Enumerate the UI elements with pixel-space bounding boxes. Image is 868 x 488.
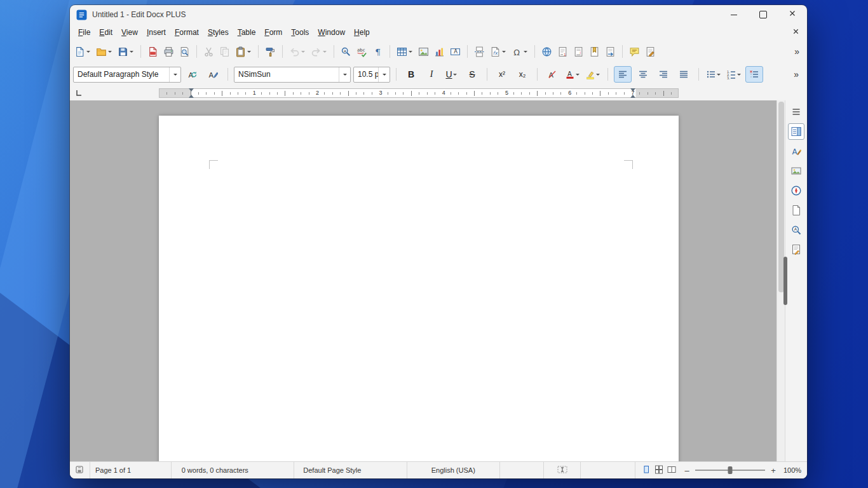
clone-formatting-button[interactable] xyxy=(263,43,278,60)
word-count-status[interactable]: 0 words, 0 characters xyxy=(172,462,295,478)
menu-help[interactable]: Help xyxy=(349,26,374,39)
align-left-button[interactable] xyxy=(614,66,632,83)
zoom-out-button[interactable]: – xyxy=(682,466,691,475)
italic-button[interactable]: I xyxy=(423,66,440,83)
zoom-in-button[interactable]: + xyxy=(769,466,778,475)
dropdown-arrow-icon[interactable] xyxy=(595,67,601,82)
menu-styles[interactable]: Styles xyxy=(203,26,233,39)
font-size-combobox[interactable]: 10.5 pt xyxy=(353,67,390,83)
toolbar-overflow-button[interactable]: » xyxy=(788,69,804,79)
sidebar-navigator-button[interactable] xyxy=(788,182,804,199)
left-indent-marker[interactable] xyxy=(189,95,194,98)
menu-file[interactable]: File xyxy=(74,26,95,39)
copy-button[interactable] xyxy=(217,43,232,60)
view-multi-page-button[interactable] xyxy=(654,466,663,475)
cut-button[interactable] xyxy=(201,43,216,60)
subscript-button[interactable]: x₂ xyxy=(513,66,531,83)
page-number-status[interactable]: Page 1 of 1 xyxy=(90,462,172,478)
sidebar-gallery-button[interactable] xyxy=(788,163,804,179)
insert-field-button[interactable]: fx xyxy=(488,43,508,60)
save-indicator[interactable] xyxy=(70,462,90,478)
redo-button[interactable] xyxy=(309,43,329,60)
dropdown-arrow-icon[interactable] xyxy=(736,67,742,82)
print-button[interactable] xyxy=(161,43,176,60)
right-indent-marker-top[interactable] xyxy=(630,88,635,92)
highlight-color-button[interactable] xyxy=(584,66,602,83)
open-button[interactable] xyxy=(94,43,114,60)
dropdown-arrow-icon[interactable] xyxy=(300,43,306,60)
undo-button[interactable] xyxy=(287,43,308,60)
paste-button[interactable] xyxy=(233,43,254,60)
menu-window[interactable]: Window xyxy=(313,26,349,39)
sidebar-properties-button[interactable] xyxy=(788,123,804,140)
sidebar-grip[interactable] xyxy=(783,257,787,305)
maximize-button[interactable] xyxy=(749,5,778,24)
close-document-button[interactable] xyxy=(788,25,803,39)
zoom-level-status[interactable]: 100% xyxy=(778,466,807,474)
sidebar-style-inspector-button[interactable]: A xyxy=(788,222,804,238)
superscript-button[interactable]: x² xyxy=(493,66,511,83)
font-name-combobox[interactable]: NSimSun xyxy=(234,67,351,83)
zoom-slider[interactable] xyxy=(695,470,765,471)
strikethrough-button[interactable]: S xyxy=(463,66,481,83)
insert-cross-reference-button[interactable] xyxy=(603,43,618,60)
first-line-indent-marker[interactable] xyxy=(189,88,194,92)
menu-tools[interactable]: Tools xyxy=(287,26,313,39)
align-center-button[interactable] xyxy=(634,66,652,83)
insert-special-character-button[interactable]: Ω xyxy=(510,43,530,60)
clear-formatting-button[interactable]: A xyxy=(543,66,561,83)
sidebar-sidebar-settings-button[interactable] xyxy=(788,104,804,120)
insert-endnote-button[interactable]: i xyxy=(571,43,586,60)
paragraph-style-combobox[interactable]: Default Paragraph Style xyxy=(73,67,181,83)
insert-image-button[interactable] xyxy=(416,43,431,60)
update-style-button[interactable]: A xyxy=(184,66,201,83)
close-button[interactable] xyxy=(778,5,807,24)
sidebar-page-button[interactable] xyxy=(788,202,804,219)
dropdown-arrow-icon[interactable] xyxy=(322,43,327,60)
sidebar-accessibility-check-button[interactable] xyxy=(788,241,804,258)
language-status[interactable]: English (USA) xyxy=(407,462,500,478)
insert-textbox-button[interactable]: A xyxy=(448,43,463,60)
export-pdf-button[interactable] xyxy=(146,43,160,60)
dropdown-arrow-icon[interactable] xyxy=(85,43,91,60)
page-style-status[interactable]: Default Page Style xyxy=(294,462,407,478)
view-single-page-button[interactable] xyxy=(642,466,651,475)
font-color-button[interactable]: A xyxy=(564,66,581,83)
insert-table-button[interactable] xyxy=(395,43,415,60)
minimize-button[interactable] xyxy=(719,5,749,24)
insert-footnote-button[interactable]: 1 xyxy=(555,43,570,60)
insert-comment-button[interactable] xyxy=(627,43,642,60)
chevron-down-icon[interactable] xyxy=(378,67,390,82)
insert-hyperlink-button[interactable] xyxy=(539,43,554,60)
tab-stop-selector[interactable] xyxy=(74,88,84,98)
bullet-list-button[interactable] xyxy=(705,66,722,83)
new-button[interactable] xyxy=(72,43,93,60)
underline-button[interactable]: U xyxy=(443,66,461,83)
new-style-button[interactable]: A xyxy=(204,66,222,83)
formatting-marks-button[interactable]: ¶ xyxy=(370,43,385,60)
dropdown-arrow-icon[interactable] xyxy=(522,43,528,60)
track-changes-button[interactable] xyxy=(643,43,658,60)
chevron-down-icon[interactable] xyxy=(339,67,350,82)
dropdown-arrow-icon[interactable] xyxy=(452,67,458,82)
save-button[interactable] xyxy=(116,43,136,60)
no-list-button[interactable] xyxy=(745,66,763,83)
menu-edit[interactable]: Edit xyxy=(95,26,117,39)
zoom-slider-thumb[interactable] xyxy=(728,466,733,474)
numbered-list-button[interactable]: 1.2.3. xyxy=(725,66,743,83)
align-justify-button[interactable] xyxy=(675,66,693,83)
dropdown-arrow-icon[interactable] xyxy=(128,43,134,60)
dropdown-arrow-icon[interactable] xyxy=(407,43,413,60)
bold-button[interactable]: B xyxy=(402,66,420,83)
selection-mode-status[interactable] xyxy=(544,462,581,478)
menu-view[interactable]: View xyxy=(117,26,142,39)
dropdown-arrow-icon[interactable] xyxy=(246,43,252,60)
menu-table[interactable]: Table xyxy=(233,26,261,39)
toolbar-overflow-button[interactable]: » xyxy=(789,46,804,57)
menu-form[interactable]: Form xyxy=(260,26,287,39)
view-book-button[interactable] xyxy=(667,466,676,475)
dropdown-arrow-icon[interactable] xyxy=(107,43,112,60)
dropdown-arrow-icon[interactable] xyxy=(575,67,581,82)
horizontal-ruler[interactable]: 1234567 xyxy=(159,88,679,98)
dropdown-arrow-icon[interactable] xyxy=(501,43,506,60)
